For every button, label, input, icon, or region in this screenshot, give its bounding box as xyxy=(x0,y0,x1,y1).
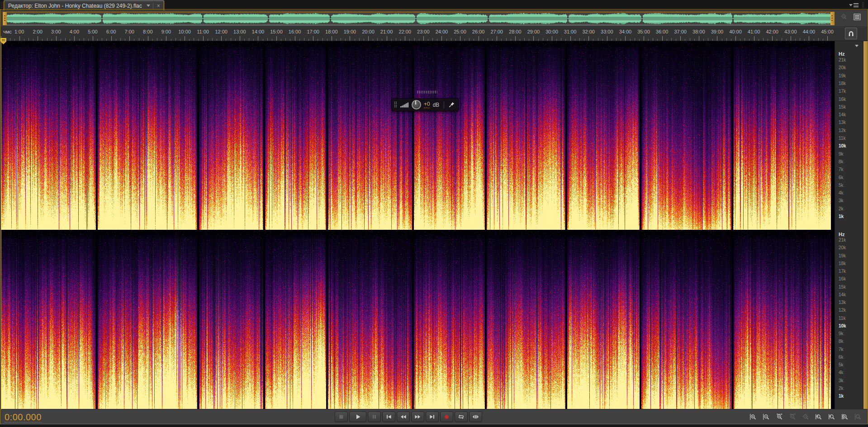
zoom-to-selection-button[interactable] xyxy=(840,412,849,422)
frequency-tick-label: 20k xyxy=(839,245,846,250)
timeline-tick-label: 23:00 xyxy=(417,29,430,34)
overview-zoom-full-icon[interactable] xyxy=(840,13,848,20)
spectrogram-channel-right[interactable] xyxy=(0,230,835,409)
vertical-zoom-scrollbar[interactable] xyxy=(863,41,868,409)
frequency-tick-label: 21k xyxy=(839,237,846,242)
timeline-unit-label: чмс xyxy=(3,29,12,34)
frequency-tick-label: 19k xyxy=(839,253,846,258)
timeline-tick-label: 38:00 xyxy=(693,29,705,34)
reset-vertical-zoom-button[interactable] xyxy=(853,412,863,422)
timeline-tick-label: 37:00 xyxy=(674,29,687,34)
timeline-tick-label: 10:00 xyxy=(178,29,191,34)
timeline-tick-label: 28:00 xyxy=(509,29,522,34)
timeline-tick-label: 45:00 xyxy=(821,29,834,34)
timeline-tick-label: 34:00 xyxy=(619,29,632,34)
spectrogram-channel-left[interactable] xyxy=(0,41,835,230)
frequency-tick-label: 17k xyxy=(839,269,846,274)
timeline-tick-label: 15:00 xyxy=(270,29,283,34)
timeline-tick-label: 6:00 xyxy=(106,29,116,34)
overview-row xyxy=(0,10,868,26)
volume-knob[interactable] xyxy=(412,100,421,109)
frequency-tick-label: 17k xyxy=(839,89,846,94)
go-to-start-button[interactable] xyxy=(382,412,395,422)
timeline-tick-label: 12:00 xyxy=(215,29,228,34)
zoom-controls xyxy=(748,412,863,422)
timeline-tick-label: 30:00 xyxy=(545,29,558,34)
play-button[interactable] xyxy=(349,412,366,422)
loop-playback-button[interactable] xyxy=(455,412,468,422)
timeline-tick-label: 9:00 xyxy=(161,29,171,34)
zoom-in-selection-left-button[interactable] xyxy=(814,412,823,422)
fast-forward-button[interactable] xyxy=(411,412,424,422)
frequency-tick-label: 2k xyxy=(839,206,844,211)
overview-menu-icon[interactable] xyxy=(854,14,861,20)
timeline-tick-label: 26:00 xyxy=(472,29,485,34)
spectrogram-display[interactable]: +0 dB Hz21k20k19k18k17k16k15k14k13k12k11… xyxy=(0,41,868,409)
record-button[interactable] xyxy=(440,412,453,422)
panel-grip-right-icon[interactable] xyxy=(862,2,864,9)
zoom-out-amplitude-button[interactable] xyxy=(761,412,771,422)
frequency-tick-label: 1k xyxy=(839,214,844,219)
go-to-end-button[interactable] xyxy=(426,412,439,422)
frequency-scale-left: Hz21k20k19k18k17k16k15k14k13k12k11k10k9k… xyxy=(835,41,863,230)
panel-menu-icon[interactable] xyxy=(849,3,859,7)
frequency-tick-label: 7k xyxy=(839,347,844,352)
frequency-tick-label: 7k xyxy=(839,167,844,172)
timeline-tick-label: 3:00 xyxy=(51,29,61,34)
frequency-tick-label: 1k xyxy=(839,394,844,399)
panel-grip-icon[interactable] xyxy=(0,1,3,9)
zoom-full-icon xyxy=(802,413,809,420)
gain-value[interactable]: +0 xyxy=(424,101,430,108)
tab-close-icon[interactable]: × xyxy=(156,3,161,9)
zoom-in-time-button[interactable] xyxy=(774,412,784,422)
timeline-tick-label: 27:00 xyxy=(490,29,503,34)
timeline-tick-label: 1:00 xyxy=(14,29,24,34)
timeline-ruler[interactable]: чмс 1:002:003:004:005:006:007:008:009:00… xyxy=(0,26,868,41)
timeline-tick-label: 41:00 xyxy=(748,29,760,34)
snap-toggle-button[interactable] xyxy=(845,28,857,39)
zoom-out-time-button[interactable] xyxy=(787,412,797,422)
timeline-tick-label: 25:00 xyxy=(454,29,466,34)
frequency-tick-label: 11k xyxy=(839,316,845,321)
editor-tab-title: Редактор: Elton John - Honky Chateau (82… xyxy=(8,3,142,9)
timeline-tick-label: 2:00 xyxy=(33,29,42,34)
overview-waveform[interactable] xyxy=(3,12,835,25)
pause-button[interactable] xyxy=(368,412,381,422)
timeline-tick-label: 11:00 xyxy=(197,29,209,34)
overview-waveform-canvas[interactable] xyxy=(7,12,830,25)
frequency-scale[interactable]: Hz21k20k19k18k17k16k15k14k13k12k11k10k9k… xyxy=(835,41,863,409)
skip-selection-button[interactable] xyxy=(469,412,482,422)
overview-range-handle-left[interactable] xyxy=(3,12,7,25)
tab-dropdown-icon[interactable] xyxy=(147,5,150,7)
zoom-in-selection-right-button[interactable] xyxy=(827,412,836,422)
playhead-line[interactable] xyxy=(1,41,1,409)
zoom-out-full-button[interactable] xyxy=(801,412,810,422)
pin-icon[interactable] xyxy=(449,102,455,108)
playhead-time-display[interactable]: 0:00.000 xyxy=(5,413,42,422)
timeline-tick-label: 16:00 xyxy=(289,29,301,34)
timeline-tick-label: 43:00 xyxy=(784,29,797,34)
audition-editor-window: Редактор: Elton John - Honky Chateau (82… xyxy=(0,0,868,427)
frequency-tick-label: 15k xyxy=(839,104,846,109)
stop-button[interactable] xyxy=(335,412,348,422)
frequency-tick-label: 6k xyxy=(839,355,844,360)
grip-icon[interactable] xyxy=(394,101,397,108)
zoom-selection-left-icon xyxy=(815,413,822,420)
frequency-tick-label: 3k xyxy=(839,378,844,383)
rewind-button[interactable] xyxy=(397,412,410,422)
zoom-out-vertical-icon xyxy=(763,413,770,420)
timeline-tick-label: 7:00 xyxy=(124,29,134,34)
timeline-tick-label: 19:00 xyxy=(344,29,356,34)
timeline-ticks-canvas xyxy=(0,35,835,41)
frequency-tick-label: 18k xyxy=(839,81,846,86)
gain-unit-label: dB xyxy=(433,102,440,108)
overview-range-handle-right[interactable] xyxy=(830,12,834,25)
zoom-out-horizontal-icon xyxy=(789,413,796,420)
zoom-selection-icon xyxy=(841,413,849,420)
frequency-scale-right: Hz21k20k19k18k17k16k15k14k13k12k11k10k9k… xyxy=(835,230,863,409)
timeline-tick-label: 8:00 xyxy=(143,29,152,34)
hud-drag-grip[interactable] xyxy=(417,90,437,94)
zoom-in-amplitude-button[interactable] xyxy=(748,412,758,422)
frequency-tick-label: 5k xyxy=(839,183,844,188)
editor-tab[interactable]: Редактор: Elton John - Honky Chateau (82… xyxy=(4,0,164,10)
